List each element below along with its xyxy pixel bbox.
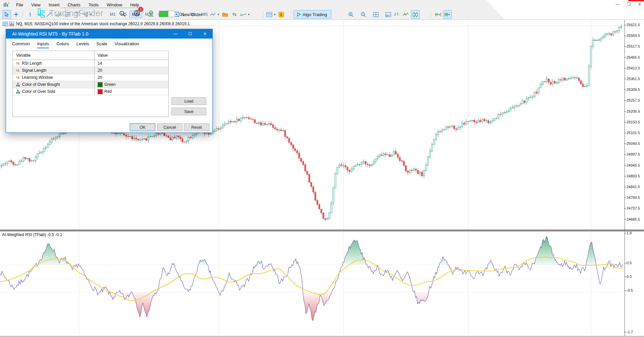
- color-input-icon: [16, 83, 20, 87]
- axis-divider: [625, 20, 625, 336]
- price-label: 25309.5: [627, 88, 640, 92]
- toolbar-separator: [290, 11, 291, 18]
- chevron-down-icon: ▼: [217, 13, 220, 16]
- dialog-tabs: CommonInputsColorsLevelsScaleVisualizati…: [12, 41, 147, 48]
- shift-chart-button[interactable]: [434, 10, 442, 19]
- dialog-close-button[interactable]: ✕: [198, 29, 212, 39]
- vertical-line-tool-button[interactable]: [26, 10, 35, 19]
- table-row[interactable]: Color of Over SoldRed: [13, 88, 168, 95]
- indicator-settings-dialog: AI-Weighted RSI MT5 - By TFlab 1.0 — ☐ ✕…: [6, 29, 213, 133]
- numeric-input-icon: 01: [16, 69, 19, 72]
- algo-trading-label: Algo Trading: [303, 12, 327, 17]
- menu-item-file[interactable]: File: [12, 1, 27, 9]
- variable-name: Learning Window: [22, 75, 53, 80]
- save-button[interactable]: Save: [171, 108, 206, 115]
- chart-symbol-caption: NQ, M15: NASDAQ100 index of the American…: [16, 21, 190, 26]
- rsi-indicator-chart[interactable]: [0, 231, 625, 336]
- price-label: 25361.5: [627, 77, 640, 81]
- chevron-down-icon: ▼: [273, 13, 276, 16]
- zoom-in-button[interactable]: [346, 10, 355, 19]
- price-label: 25517.5: [627, 44, 640, 48]
- templates-folder-button[interactable]: [221, 10, 229, 19]
- new-order-label: New Order: [181, 12, 202, 17]
- inputs-table[interactable]: VariableValue01RSI Length1401Signal Leng…: [12, 51, 169, 117]
- toggle-switch[interactable]: [159, 11, 175, 17]
- recording-bar: [628, 0, 644, 1]
- price-label: 24685.5: [627, 217, 640, 221]
- load-button[interactable]: Load: [171, 97, 206, 105]
- chart-list-icon: [3, 22, 8, 26]
- indicator-axis-label: 0.5: [627, 261, 632, 265]
- cursor-tool-button[interactable]: [2, 10, 11, 19]
- ok-button[interactable]: OK: [130, 123, 155, 131]
- indicator-axis-label: -1.7: [627, 330, 633, 334]
- variable-value[interactable]: 20: [95, 68, 168, 73]
- variable-value[interactable]: Green: [95, 82, 168, 87]
- chart-window-button[interactable]: ▼: [266, 10, 276, 19]
- zoom-out-button[interactable]: [359, 10, 368, 19]
- svg-text:$: $: [280, 13, 282, 17]
- toolbar-separator: [23, 11, 23, 18]
- bar-chart-mode-button[interactable]: [392, 10, 401, 19]
- dialog-tab-inputs[interactable]: Inputs: [37, 41, 49, 48]
- numeric-input-icon: 01: [16, 76, 19, 79]
- banner-actions: 1 LVL: [119, 9, 175, 18]
- price-label: 25101.5: [627, 131, 640, 135]
- dialog-titlebar[interactable]: AI-Weighted RSI MT5 - By TFlab 1.0 — ☐ ✕: [6, 29, 212, 39]
- window-minimize-button[interactable]: —: [615, 2, 620, 7]
- cancel-button[interactable]: Cancel: [157, 123, 182, 131]
- chart-bars-icon: [9, 22, 14, 26]
- variable-value[interactable]: Red: [95, 89, 168, 94]
- price-label: 24893.5: [627, 174, 640, 178]
- table-row[interactable]: 01Signal Length20: [13, 67, 168, 74]
- table-row[interactable]: 01RSI Length14: [13, 60, 168, 67]
- indicators-button[interactable]: A ▼: [239, 10, 251, 19]
- price-label: 24737.5: [627, 206, 640, 210]
- variable-name: Color of Over Sold: [22, 89, 55, 94]
- price-label: 25205.5: [627, 109, 640, 113]
- new-order-button[interactable]: New Order: [173, 10, 204, 19]
- market-watch-button[interactable]: $: [277, 10, 286, 19]
- price-label: 24945.5: [627, 163, 640, 167]
- dialog-tab-common[interactable]: Common: [12, 41, 30, 48]
- dialog-tab-visualization[interactable]: Visualization: [115, 41, 139, 48]
- mt5-window: { "menu": {"items": ["File","View","Inse…: [0, 0, 644, 337]
- line-style-button[interactable]: ▼: [210, 10, 220, 19]
- variable-value[interactable]: 14: [95, 61, 168, 66]
- reset-button[interactable]: Reset: [184, 123, 209, 131]
- toolbar-separator: [431, 11, 431, 18]
- candle-chart-mode-button[interactable]: [411, 10, 420, 19]
- variable-value[interactable]: 20: [95, 75, 168, 80]
- auto-scroll-button[interactable]: [443, 10, 452, 19]
- indicator-axis-label: -0.5: [627, 288, 633, 292]
- price-label: 25257.5: [627, 98, 640, 102]
- tile-windows-button[interactable]: [371, 10, 380, 19]
- dialog-maximize-button[interactable]: ☐: [183, 29, 198, 39]
- numeric-input-icon: 01: [16, 62, 19, 65]
- window-restore-button[interactable]: ❐: [627, 2, 631, 7]
- dialog-tab-levels[interactable]: Levels: [76, 41, 89, 48]
- algo-trading-button[interactable]: Algo Trading: [293, 10, 331, 19]
- indicator-axis-label: 0.0: [627, 275, 632, 279]
- crosshair-tool-button[interactable]: [12, 10, 20, 19]
- profile-icon[interactable]: 1: [133, 9, 141, 18]
- dialog-tab-scale[interactable]: Scale: [96, 41, 107, 48]
- dialog-minimize-button[interactable]: —: [168, 29, 183, 39]
- window-layout-button[interactable]: [384, 10, 392, 19]
- table-row[interactable]: 01Learning Window20: [13, 74, 168, 81]
- timeframe-m1[interactable]: M1: [108, 11, 118, 18]
- line-chart-mode-button[interactable]: [401, 10, 410, 19]
- dialog-tab-colors[interactable]: Colors: [56, 41, 69, 48]
- notification-badge: 1: [138, 7, 143, 12]
- table-row[interactable]: Color of Over BoughtGreen: [13, 81, 168, 88]
- menu-item-view[interactable]: View: [27, 1, 45, 9]
- chart-caption: NQ, M15: NASDAQ100 index of the American…: [3, 21, 190, 26]
- indicator-caption: AI-Weighted RSI (TFlab) -0.5 -0.1: [2, 232, 62, 237]
- trade-arrows-button[interactable]: [230, 10, 239, 19]
- price-label: 24789.5: [627, 195, 640, 200]
- lvl-indicator: LVL: [149, 10, 154, 17]
- window-close-button[interactable]: ✕: [638, 2, 641, 7]
- variable-name: Color of Over Bought: [22, 82, 60, 87]
- search-icon[interactable]: [119, 10, 126, 17]
- price-label: 25153.5: [627, 120, 640, 124]
